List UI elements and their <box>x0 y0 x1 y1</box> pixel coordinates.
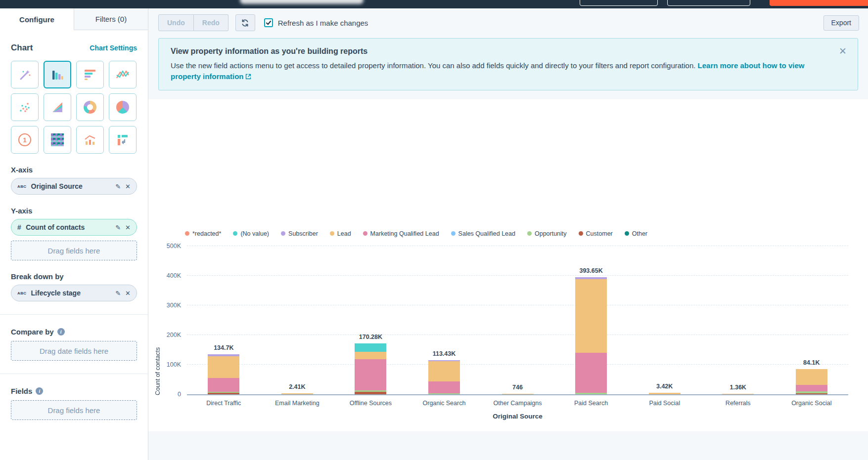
bar-segment-customer[interactable] <box>355 392 386 394</box>
topbar-secondary-button-1[interactable] <box>580 0 658 6</box>
info-icon[interactable]: i <box>57 328 65 335</box>
bar-total-label: 746 <box>512 384 523 391</box>
bar-chart-icon <box>84 68 96 81</box>
bar-segment-customer[interactable] <box>796 393 827 394</box>
legend-label: Marketing Qualified Lead <box>370 230 439 237</box>
chart-type-column[interactable] <box>44 61 71 88</box>
banner-body-text: Use the new field actions menu to get ac… <box>171 61 695 70</box>
chart-type-single-value[interactable]: 1 <box>11 126 39 154</box>
bar-stack[interactable] <box>575 277 607 394</box>
topbar-primary-button[interactable] <box>770 0 868 6</box>
category-column: 134.7K <box>187 247 261 394</box>
chart-type-sankey[interactable] <box>109 126 137 154</box>
bar-segment-opportunity[interactable] <box>575 393 607 394</box>
topbar-secondary-button-2[interactable] <box>667 0 750 6</box>
legend-item[interactable]: Marketing Qualified Lead <box>363 230 439 237</box>
bar-stack[interactable] <box>796 369 827 394</box>
category-column: 1.36K <box>701 247 775 394</box>
x-axis-field-pill[interactable]: ABC Original Source ✎ ✕ <box>11 178 137 195</box>
chart-type-area[interactable] <box>44 93 71 121</box>
tab-filters[interactable]: Filters (0) <box>74 8 148 30</box>
bar-segment-marketing-qualified-lead[interactable] <box>796 385 827 391</box>
breakdown-field-pill[interactable]: ABC Lifecycle stage ✎ ✕ <box>11 285 137 301</box>
chart-type-pivot[interactable] <box>44 126 71 154</box>
legend-dot-icon <box>281 231 285 236</box>
bar-total-label: 3.42K <box>656 383 673 390</box>
x-category-label: Other Campaigns <box>481 400 554 407</box>
chart-type-line[interactable] <box>109 61 137 88</box>
legend-item[interactable]: Opportunity <box>527 230 567 237</box>
edit-field-icon[interactable]: ✎ <box>115 290 121 296</box>
single-value-icon: 1 <box>18 133 31 146</box>
legend-item[interactable]: Sales Qualified Lead <box>451 230 515 237</box>
compare-by-dropzone[interactable]: Drag date fields here <box>11 341 137 361</box>
bar-segment-customer[interactable] <box>208 393 239 394</box>
banner-close-icon[interactable]: ✕ <box>839 46 847 56</box>
bar-segment-marketing-qualified-lead[interactable] <box>575 353 607 393</box>
combo-chart-icon <box>84 133 96 146</box>
info-icon[interactable]: i <box>36 387 43 395</box>
legend-dot-icon <box>625 231 629 236</box>
bar-stack[interactable] <box>208 354 239 394</box>
bar-segment-marketing-qualified-lead[interactable] <box>355 359 386 390</box>
legend-item[interactable]: *redacted* <box>185 230 221 237</box>
remove-field-icon[interactable]: ✕ <box>125 224 131 231</box>
bar-segment-lead[interactable] <box>281 393 313 394</box>
bar-stack[interactable] <box>428 360 460 394</box>
legend-item[interactable]: Customer <box>579 230 613 237</box>
export-button[interactable]: Export <box>823 15 859 31</box>
bar-segment-lead[interactable] <box>575 279 607 353</box>
bar-segment-opportunity[interactable] <box>428 393 460 394</box>
tab-configure[interactable]: Configure <box>0 8 74 30</box>
bar-segment-lead[interactable] <box>428 361 460 381</box>
category-column: 84.1K <box>775 247 849 394</box>
legend-item[interactable]: Other <box>625 230 647 237</box>
refresh-button[interactable] <box>235 14 255 31</box>
footer-strip <box>148 431 868 460</box>
chart-type-scatter[interactable] <box>11 93 39 121</box>
bar-segment--no-value-[interactable] <box>355 343 386 352</box>
chart-type-donut[interactable] <box>76 93 104 121</box>
bar-segment-marketing-qualified-lead[interactable] <box>208 378 239 392</box>
chart-type-combo[interactable] <box>76 126 104 154</box>
bar-segment-lead[interactable] <box>649 393 681 394</box>
y-tick-label: 300K <box>167 302 181 309</box>
banner-title: View property information as you're buil… <box>171 47 828 56</box>
bar-segment-marketing-qualified-lead[interactable] <box>428 381 460 393</box>
redo-button[interactable]: Redo <box>194 14 228 31</box>
legend-item[interactable]: (No value) <box>233 230 269 237</box>
bar-segment-lead[interactable] <box>796 369 827 385</box>
remove-field-icon[interactable]: ✕ <box>125 290 131 296</box>
edit-field-icon[interactable]: ✎ <box>115 183 121 190</box>
number-field-type-icon: # <box>17 223 21 231</box>
x-axis-title: Original Source <box>187 413 848 420</box>
chart-settings-link[interactable]: Chart Settings <box>90 44 137 52</box>
refresh-checkbox[interactable] <box>264 18 273 27</box>
y-tick-label: 200K <box>167 332 181 338</box>
preview-toolbar: Undo Redo <box>148 8 868 36</box>
refresh-checkbox-label[interactable]: Refresh as I make changes <box>278 19 368 27</box>
undo-button[interactable]: Undo <box>158 14 194 31</box>
bar-stack[interactable] <box>355 343 386 394</box>
chart-type-pie[interactable] <box>109 93 137 121</box>
bar-segment-lead[interactable] <box>722 394 754 394</box>
chart-type-auto[interactable] <box>11 61 39 88</box>
remove-field-icon[interactable]: ✕ <box>125 183 131 190</box>
magic-wand-icon <box>18 68 31 81</box>
legend-item[interactable]: Subscriber <box>281 230 318 237</box>
bar-stack[interactable] <box>722 394 754 394</box>
legend-item[interactable]: Lead <box>330 230 351 237</box>
bar-segment-lead[interactable] <box>208 356 239 378</box>
edit-field-icon[interactable]: ✎ <box>115 224 121 231</box>
chart-type-bar[interactable] <box>76 61 104 88</box>
bar-total-label: 170.28K <box>359 334 382 340</box>
x-category-label: Organic Social <box>775 400 849 407</box>
bar-stack[interactable] <box>281 393 313 394</box>
fields-dropzone[interactable]: Drag fields here <box>11 400 137 420</box>
bar-segment-lead[interactable] <box>355 352 386 359</box>
y-axis-dropzone[interactable]: Drag fields here <box>11 241 137 260</box>
bar-stack[interactable] <box>649 393 681 394</box>
legend-dot-icon <box>233 231 237 236</box>
y-axis-field-pill[interactable]: # Count of contacts ✎ ✕ <box>11 219 137 236</box>
x-axis-label: X-axis <box>11 166 137 174</box>
